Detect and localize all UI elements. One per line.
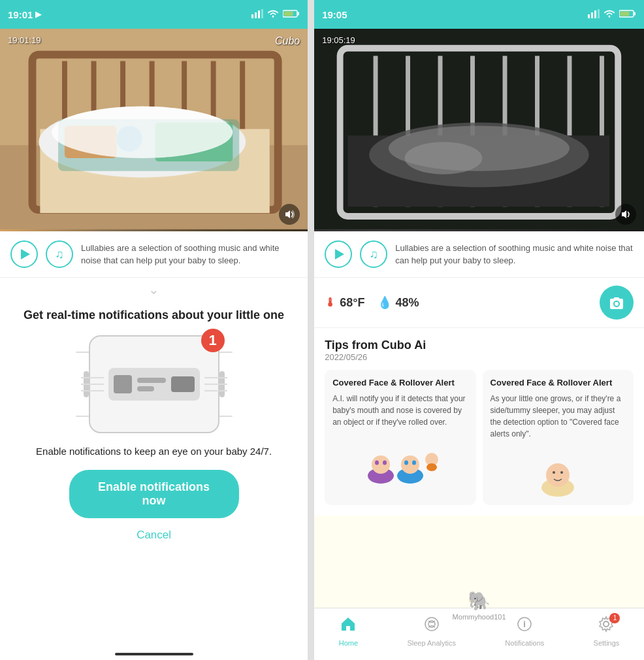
bottom-navigation: Home Sleep Analytics Notifications 1 Set… bbox=[314, 608, 644, 660]
svg-point-56 bbox=[412, 461, 416, 465]
svg-rect-2 bbox=[258, 10, 260, 18]
svg-point-68 bbox=[604, 621, 609, 627]
svg-point-66 bbox=[524, 621, 525, 622]
svg-point-48 bbox=[615, 302, 619, 306]
svg-rect-1 bbox=[255, 12, 257, 18]
humidity-value: 48% bbox=[395, 296, 419, 310]
svg-point-24 bbox=[52, 107, 233, 158]
left-clock: 19:01 bbox=[8, 9, 33, 20]
left-panel: 19:01 ▶ bbox=[0, 0, 308, 660]
panel-divider bbox=[308, 0, 314, 660]
tip-card-1-title: Covered Face & Rollover Alert bbox=[332, 378, 468, 388]
left-play-button[interactable] bbox=[10, 240, 38, 268]
left-lullaby-text: Lullabies are a selection of soothing mu… bbox=[81, 242, 297, 267]
tips-section: Tips from Cubo Ai 2022/05/26 Covered Fac… bbox=[314, 328, 644, 516]
svg-point-60 bbox=[546, 463, 570, 487]
left-status-icons bbox=[251, 9, 300, 20]
right-camera-timestamp: 19:05:19 bbox=[322, 35, 355, 45]
notifications-icon bbox=[516, 616, 533, 636]
right-status-icons bbox=[588, 9, 636, 20]
nav-item-home[interactable]: Home bbox=[339, 616, 358, 647]
enable-notifications-button[interactable]: Enable notifications now bbox=[69, 470, 239, 518]
right-play-icon bbox=[335, 249, 344, 259]
promo-title: Get real-time notifications about your l… bbox=[24, 308, 284, 323]
notif-line-1 bbox=[137, 378, 166, 383]
notification-content bbox=[108, 368, 200, 401]
thermometer-icon: 🌡 bbox=[325, 296, 336, 310]
phone-illustration: 1 bbox=[89, 335, 219, 433]
left-volume-button[interactable] bbox=[279, 204, 300, 225]
svg-point-51 bbox=[375, 461, 379, 465]
camera-capture-button[interactable] bbox=[600, 286, 634, 320]
left-music-icon: ♫ bbox=[46, 240, 73, 268]
svg-rect-32 bbox=[620, 11, 630, 16]
nav-label-notifications: Notifications bbox=[505, 639, 544, 647]
right-panel: 19:05 bbox=[314, 0, 644, 660]
nav-item-notifications[interactable]: Notifications bbox=[505, 616, 544, 647]
svg-point-58 bbox=[427, 463, 437, 471]
svg-point-63 bbox=[425, 618, 438, 631]
right-play-button[interactable] bbox=[325, 240, 352, 268]
right-status-bar: 19:05 bbox=[314, 0, 644, 29]
humidity-display: 💧 48% bbox=[378, 295, 419, 310]
temperature-display: 🌡 68°F bbox=[325, 296, 364, 310]
humidity-icon: 💧 bbox=[378, 295, 392, 310]
svg-rect-7 bbox=[284, 11, 293, 16]
nav-item-settings[interactable]: 1 Settings bbox=[594, 616, 620, 647]
right-camera-feed: 19:05:19 bbox=[314, 29, 644, 231]
tip-card-1-image bbox=[332, 433, 468, 486]
chevron-down-icon: ⌄ bbox=[0, 278, 308, 301]
tip-card-1[interactable]: Covered Face & Rollover Alert A.I. will … bbox=[325, 370, 475, 505]
left-status-bar: 19:01 ▶ bbox=[0, 0, 308, 29]
promo-subtitle: Enable notifications to keep an eye on y… bbox=[36, 446, 272, 457]
home-indicator-bar bbox=[115, 653, 193, 655]
tip-card-2-title: Covered Face & Rollover Alert bbox=[491, 378, 626, 388]
location-icon: ▶ bbox=[35, 10, 41, 19]
svg-point-50 bbox=[372, 455, 390, 474]
tip-card-2-text: As your little one grows, or if they're … bbox=[491, 393, 626, 440]
right-music-icon: ♫ bbox=[360, 240, 387, 268]
svg-point-29 bbox=[609, 16, 611, 18]
right-battery-icon bbox=[619, 9, 636, 20]
signal-icon bbox=[251, 9, 263, 20]
right-wifi-icon bbox=[604, 9, 615, 20]
home-icon bbox=[340, 616, 357, 636]
nav-item-sleep-analytics[interactable]: Sleep Analytics bbox=[407, 616, 456, 647]
left-lullaby-card: ♫ Lullabies are a selection of soothing … bbox=[0, 231, 308, 278]
svg-rect-6 bbox=[297, 12, 299, 15]
svg-rect-25 bbox=[588, 14, 590, 18]
svg-rect-28 bbox=[598, 9, 600, 18]
right-clock: 19:05 bbox=[322, 9, 347, 20]
cancel-link[interactable]: Cancel bbox=[137, 529, 171, 542]
nav-label-sleep-analytics: Sleep Analytics bbox=[407, 639, 456, 647]
brand-overlay: Cubo bbox=[275, 35, 300, 47]
svg-point-55 bbox=[404, 461, 408, 465]
tips-date: 2022/05/26 bbox=[325, 352, 634, 362]
tip-card-2-image bbox=[491, 445, 626, 497]
svg-point-52 bbox=[383, 461, 387, 465]
svg-point-47 bbox=[405, 142, 483, 174]
tips-title: Tips from Cubo Ai bbox=[325, 338, 634, 352]
notif-line-2 bbox=[137, 386, 154, 391]
right-volume-button[interactable] bbox=[615, 204, 636, 225]
right-lullaby-text: Lullabies are a selection of soothing mu… bbox=[395, 242, 634, 267]
notif-action-button bbox=[171, 376, 195, 392]
svg-rect-31 bbox=[634, 12, 636, 15]
tip-card-2[interactable]: Covered Face & Rollover Alert As your li… bbox=[483, 370, 634, 505]
settings-badge: 1 bbox=[609, 613, 620, 623]
battery-icon bbox=[283, 9, 300, 20]
nav-label-home: Home bbox=[339, 639, 358, 647]
svg-rect-3 bbox=[261, 9, 263, 18]
svg-point-61 bbox=[553, 471, 555, 474]
right-signal-icon bbox=[588, 9, 600, 20]
left-home-indicator bbox=[0, 648, 308, 660]
tips-cards: Covered Face & Rollover Alert A.I. will … bbox=[325, 370, 634, 505]
left-camera-timestamp: 19:01:19 bbox=[8, 35, 41, 45]
sleep-analytics-icon bbox=[423, 616, 440, 636]
svg-point-62 bbox=[560, 471, 563, 474]
right-content: 🌡 68°F 💧 48% Tips from Cubo Ai 2022/05/2… bbox=[314, 278, 644, 648]
nav-label-settings: Settings bbox=[594, 639, 620, 647]
temperature-value: 68°F bbox=[340, 296, 364, 310]
notification-promo: Get real-time notifications about your l… bbox=[0, 301, 308, 648]
svg-rect-27 bbox=[594, 10, 596, 18]
